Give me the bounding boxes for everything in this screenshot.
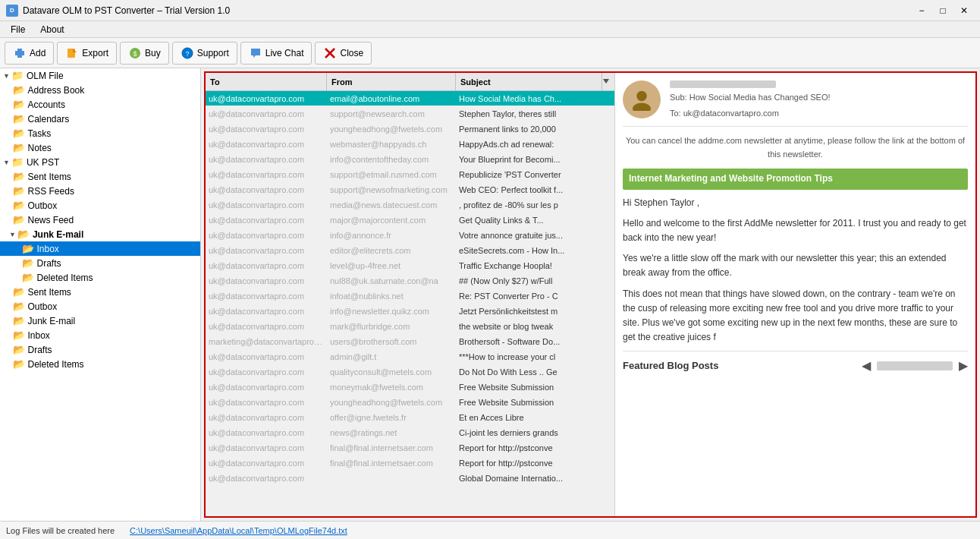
email-row[interactable]: uk@dataconvartapro.com admin@gilt.t ***H… (206, 349, 614, 364)
email-from: news@ratings.net (327, 428, 456, 437)
sidebar-label: Deleted Items (28, 359, 84, 370)
email-row[interactable]: uk@dataconvartapro.com mark@flurbridge.c… (206, 319, 614, 334)
export-button[interactable]: Export (57, 42, 117, 65)
menu-about[interactable]: About (34, 23, 70, 36)
maximize-button[interactable]: □ (933, 3, 953, 18)
sidebar-item-tasks[interactable]: 📂 Tasks (0, 126, 200, 140)
email-row[interactable]: uk@dataconvartapro.com qualityconsult@me… (206, 364, 614, 380)
section-header: Internet Marketing and Website Promotion… (623, 169, 968, 189)
email-from: webmaster@happyads.ch (327, 140, 456, 149)
sidebar-item-outbox[interactable]: 📂 Outbox (0, 198, 200, 213)
email-row[interactable]: uk@dataconvartapro.com media@news.datecu… (206, 197, 614, 213)
main-layout: ▼ 📁 OLM File 📂 Address Book 📂 Accounts 📂… (0, 68, 980, 521)
email-subject: Republicize 'PST Converter (456, 170, 614, 179)
preview-pane: Sub: How Social Media has Changed SEO! T… (615, 73, 975, 516)
sidebar-item-sent-items-2[interactable]: 📂 Sent Items (0, 285, 200, 299)
email-row[interactable]: uk@dataconvartapro.com editor@elitecrets… (206, 243, 614, 258)
folder-icon: 📂 (13, 358, 25, 370)
email-to: uk@dataconvartapro.com (206, 170, 327, 179)
sidebar-item-news-feed[interactable]: 📂 News Feed (0, 213, 200, 227)
email-list: To From Subject uk@dataconvartapro.com e… (206, 73, 615, 516)
email-row[interactable]: uk@dataconvartapro.com info@annonce.fr V… (206, 228, 614, 243)
email-row[interactable]: uk@dataconvartapro.com support@newsofmar… (206, 182, 614, 197)
email-row[interactable]: uk@dataconvartapro.com moneymak@fwetels.… (206, 380, 614, 395)
sidebar-label: Notes (28, 143, 52, 153)
email-subject: Report for http://pstconve (456, 443, 614, 452)
live-chat-button[interactable]: Live Chat (240, 42, 313, 65)
email-from: nul88@uk.saturnate.con@na (327, 276, 456, 285)
sidebar-item-inbox[interactable]: 📂 Inbox (0, 241, 200, 256)
email-row[interactable]: uk@dataconvartapro.com Global Domaine In… (206, 471, 614, 486)
email-row[interactable]: uk@dataconvartapro.com webmaster@happyad… (206, 137, 614, 152)
support-button[interactable]: ? Support (172, 42, 237, 65)
email-row[interactable]: uk@dataconvartapro.com offer@igne.fwetel… (206, 410, 614, 425)
preview-header: Sub: How Social Media has Changed SEO! T… (623, 80, 968, 127)
folder-icon: 📂 (13, 128, 25, 139)
email-row[interactable]: uk@dataconvartapro.com final@final.inter… (206, 440, 614, 455)
sidebar-item-inbox-2[interactable]: 📂 Inbox (0, 328, 200, 342)
toolbar: Add Export $ Buy ? Support Live Chat Clo… (0, 38, 980, 68)
sidebar-item-address-book[interactable]: 📂 Address Book (0, 83, 200, 97)
sidebar-item-calendars[interactable]: 📂 Calendars (0, 112, 200, 126)
sidebar-item-junk-email-2[interactable]: 📂 Junk E-mail (0, 314, 200, 328)
email-subject: Brothersoft - Software Do... (456, 337, 614, 346)
close-button[interactable]: Close (315, 42, 372, 65)
column-to: To (206, 73, 327, 90)
body-text-2: Yes we're a little slow off the mark wit… (623, 251, 968, 280)
sidebar-item-drafts[interactable]: 📂 Drafts (0, 256, 200, 270)
email-from: moneymak@fwetels.com (327, 383, 456, 392)
sidebar-label: UK PST (27, 157, 59, 168)
export-icon (65, 46, 79, 60)
folder-icon: 📂 (13, 185, 25, 197)
email-row[interactable]: uk@dataconvartapro.com youngheadhong@fwe… (206, 395, 614, 410)
email-subject: How Social Media has Ch... (456, 94, 614, 103)
sidebar-item-outbox-2[interactable]: 📂 Outbox (0, 299, 200, 314)
email-row[interactable]: uk@dataconvartapro.com final@final.inter… (206, 455, 614, 471)
next-button[interactable]: ▶ (959, 356, 968, 376)
email-row[interactable]: uk@dataconvartapro.com email@aboutonline… (206, 91, 614, 106)
sidebar-item-olm-file[interactable]: ▼ 📁 OLM File (0, 68, 200, 83)
add-button[interactable]: Add (5, 42, 54, 65)
svg-point-12 (633, 103, 651, 112)
menu-file[interactable]: File (5, 23, 31, 36)
email-row[interactable]: uk@dataconvartapro.com support@etmail.ru… (206, 167, 614, 182)
sidebar-item-notes[interactable]: 📂 Notes (0, 140, 200, 155)
close-icon (323, 46, 337, 60)
email-row[interactable]: uk@dataconvartapro.com info@newsletter.q… (206, 304, 614, 319)
sidebar-item-accounts[interactable]: 📂 Accounts (0, 97, 200, 112)
email-row[interactable]: uk@dataconvartapro.com level@up-4free.ne… (206, 258, 614, 273)
email-subject: Web CEO: Perfect toolkit f... (456, 185, 614, 194)
email-row[interactable]: uk@dataconvartapro.com news@ratings.net … (206, 425, 614, 440)
email-row[interactable]: marketing@dataconvartapro.com users@brot… (206, 334, 614, 349)
expand-icon: ▼ (3, 72, 10, 80)
sidebar-item-rss-feeds[interactable]: 📂 RSS Feeds (0, 184, 200, 198)
email-from: youngheadhong@fwetels.com (327, 398, 456, 407)
email-row[interactable]: uk@dataconvartapro.com info@contentofthe… (206, 152, 614, 167)
email-subject: ## (Now Only $27) w/Full (456, 276, 614, 285)
sidebar-item-deleted-items-2[interactable]: 📂 Deleted Items (0, 357, 200, 371)
column-from: From (327, 73, 456, 90)
status-log-link[interactable]: C:\Users\Sameuil\AppData\Local\Temp\OLML… (130, 526, 347, 535)
email-row[interactable]: uk@dataconvartapro.com infoat@nublinks.n… (206, 288, 614, 304)
sidebar-item-sent-items[interactable]: 📂 Sent Items (0, 169, 200, 184)
prev-button[interactable]: ◀ (862, 356, 871, 376)
sidebar-item-drafts-2[interactable]: 📂 Drafts (0, 342, 200, 357)
email-row[interactable]: uk@dataconvartapro.com major@majorconten… (206, 213, 614, 228)
sidebar-item-deleted-items[interactable]: 📂 Deleted Items (0, 270, 200, 285)
sidebar-item-uk-pst[interactable]: ▼ 📁 UK PST (0, 155, 200, 169)
expand-icon: ▼ (3, 159, 10, 166)
email-row[interactable]: uk@dataconvartapro.com nul88@uk.saturnat… (206, 273, 614, 288)
close-window-button[interactable]: ✕ (954, 3, 974, 18)
email-to: uk@dataconvartapro.com (206, 216, 327, 225)
email-row[interactable]: uk@dataconvartapro.com youngheadhong@fwe… (206, 121, 614, 137)
email-row[interactable]: uk@dataconvartapro.com support@newsearch… (206, 106, 614, 121)
sidebar-item-junk-email[interactable]: ▼ 📂 Junk E-mail (0, 227, 200, 241)
buy-button[interactable]: $ Buy (120, 42, 169, 65)
minimize-button[interactable]: − (912, 3, 931, 18)
sidebar-label: Tasks (28, 128, 52, 139)
email-from: admin@gilt.t (327, 352, 456, 361)
folder-icon: 📂 (13, 286, 25, 298)
folder-icon: 📂 (22, 272, 34, 283)
folder-icon: 📁 (11, 156, 24, 168)
email-subject: Global Domaine Internatio... (456, 474, 614, 483)
